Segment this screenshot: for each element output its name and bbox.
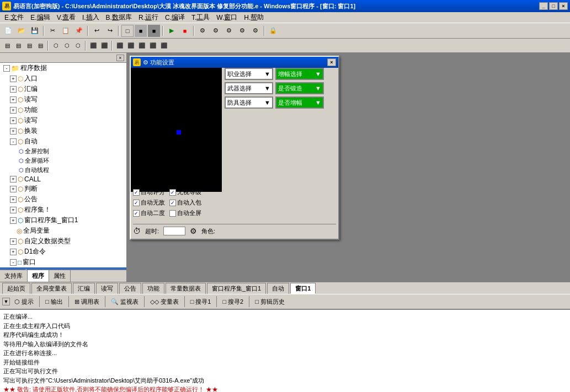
tree-item-d1cmd[interactable]: + ⬡ D1命令 bbox=[0, 246, 126, 257]
tb2-btn5[interactable]: ⬡ bbox=[51, 41, 61, 51]
modal-title-bar[interactable]: 易 ⚙ 功能设置 × bbox=[131, 57, 338, 68]
tree-item-progset[interactable]: + ⬡ 程序集！ bbox=[0, 205, 126, 215]
checkbox-no-level[interactable]: ✓ 无视等级 bbox=[169, 188, 201, 196]
minimize-button[interactable]: _ bbox=[539, 2, 548, 10]
tree-item-window[interactable]: - □ 窗口 bbox=[0, 257, 126, 267]
copy-button[interactable]: 📋 bbox=[60, 25, 72, 37]
tb-extra-e[interactable]: ⚙ bbox=[249, 25, 262, 37]
menu-insert[interactable]: I.插入 bbox=[79, 12, 103, 23]
hint-button[interactable]: ⬡ 提示 bbox=[12, 297, 36, 307]
tb2-btn3[interactable]: ▤ bbox=[24, 41, 34, 51]
tree-item-costume[interactable]: + ⬡ 换装 bbox=[0, 126, 126, 136]
varlist-button[interactable]: ◇◇ 变量表 bbox=[148, 297, 181, 307]
armor-select-dropdown[interactable]: 防具选择 ▼ bbox=[225, 96, 273, 109]
checkbox-auto-fullscreen[interactable]: 自动全屏 bbox=[169, 209, 201, 217]
expand-icon-call[interactable]: + bbox=[10, 176, 17, 182]
timeout-input[interactable] bbox=[163, 227, 185, 235]
tb2-btn13[interactable]: ⬛ bbox=[148, 41, 158, 51]
tab-startpage[interactable]: 起始页 bbox=[2, 283, 30, 294]
menu-compile[interactable]: C.编译 bbox=[162, 12, 188, 23]
tb2-btn6[interactable]: ⬡ bbox=[62, 41, 72, 51]
expand-icon-notice[interactable]: + bbox=[10, 196, 17, 203]
tab-function[interactable]: 功能 bbox=[142, 283, 164, 294]
tree-item-autothread[interactable]: ⬡ 自动线程 bbox=[0, 165, 126, 175]
tb-extra-c[interactable]: ⚙ bbox=[223, 25, 235, 37]
tree-item-function[interactable]: + ⬡ 功能 bbox=[0, 105, 126, 115]
tab-readwrite[interactable]: 读写 bbox=[96, 283, 118, 294]
monitor-button[interactable]: 🔍 监视表 bbox=[109, 297, 141, 307]
tb2-btn2[interactable]: ▤ bbox=[13, 41, 23, 51]
left-tab-property[interactable]: 属性 bbox=[49, 270, 71, 282]
tb2-btn7[interactable]: ⬡ bbox=[73, 41, 83, 51]
tab-constdata[interactable]: 常量数据表 bbox=[166, 283, 206, 294]
menu-database[interactable]: B.数据库 bbox=[103, 12, 135, 23]
tree-item-fullscreen[interactable]: ⬡ 全屏控制 bbox=[0, 147, 126, 156]
menu-edit[interactable]: E.编辑 bbox=[27, 12, 53, 23]
menu-view[interactable]: V.查看 bbox=[54, 12, 79, 23]
tb-extra-a[interactable]: ⚙ bbox=[196, 25, 209, 37]
expand-icon-entry[interactable]: + bbox=[10, 76, 17, 82]
left-tab-library[interactable]: 支持库 bbox=[0, 270, 28, 282]
calltable-button[interactable]: ⊞ 调用表 bbox=[72, 297, 102, 307]
tree-item-customtype[interactable]: + ⬡ 自定义数据类型 bbox=[0, 236, 126, 246]
left-panel-close[interactable]: × bbox=[116, 55, 124, 61]
tree-item-winprogset[interactable]: + ⬡ 窗口程序集_窗口1 bbox=[0, 215, 126, 225]
search2-button[interactable]: □ 搜寻2 bbox=[220, 297, 246, 307]
stop-button[interactable]: ■ bbox=[179, 25, 191, 37]
save-button[interactable]: 💾 bbox=[29, 25, 41, 37]
tb2-btn1[interactable]: ▤ bbox=[2, 41, 12, 51]
left-tab-program[interactable]: 程序 bbox=[28, 270, 49, 282]
paste-button[interactable]: 📌 bbox=[73, 25, 85, 37]
checkbox-auto-score[interactable]: ✓ 自动评分 bbox=[133, 188, 165, 196]
tb2-btn8[interactable]: ⬛ bbox=[88, 41, 98, 51]
title-bar-buttons[interactable]: _ □ × bbox=[539, 2, 568, 10]
tb2-btn14[interactable]: ⬛ bbox=[159, 41, 169, 51]
tree-item-readwrite[interactable]: + ⬡ 读写 bbox=[0, 94, 126, 105]
cut-button[interactable]: ✂ bbox=[46, 25, 58, 37]
tab-globalvar[interactable]: 全局变量表 bbox=[31, 283, 72, 294]
menu-run[interactable]: R.运行 bbox=[135, 12, 162, 23]
tree-item-call[interactable]: + ⬡ CALL bbox=[0, 175, 126, 184]
tree-item-notice[interactable]: + ⬡ 公告 bbox=[0, 194, 126, 205]
menu-file[interactable]: E.文件 bbox=[1, 12, 27, 23]
tree-item-compile[interactable]: + ⬡ 汇编 bbox=[0, 84, 126, 94]
checkbox-auto-invincible[interactable]: ✓ 自动无敌 bbox=[133, 198, 165, 207]
tree-item-entry[interactable]: + ⬡ 入口 bbox=[0, 73, 126, 84]
job-select-dropdown[interactable]: 职业选择 ▼ bbox=[225, 68, 273, 80]
run-button[interactable]: ▶ bbox=[166, 25, 178, 37]
checkbox-auto-pickup[interactable]: ✓ 自动入包 bbox=[169, 198, 201, 207]
tab-winprogset[interactable]: 窗口程序集_窗口1 bbox=[207, 283, 266, 294]
tab-notice[interactable]: 公告 bbox=[119, 283, 141, 294]
expand-icon-readwrite2[interactable]: + bbox=[10, 117, 17, 124]
expand-icon-winprogset[interactable]: + bbox=[10, 217, 17, 224]
cliphistory-button[interactable]: □ 剪辑历史 bbox=[253, 297, 287, 307]
expand-icon-judge[interactable]: + bbox=[10, 186, 17, 192]
expand-icon[interactable]: - bbox=[3, 65, 10, 72]
new-button[interactable]: 📄 bbox=[2, 25, 14, 37]
close-button[interactable]: × bbox=[559, 2, 568, 10]
tb-extra-b[interactable]: ⚙ bbox=[210, 25, 222, 37]
tb2-btn4[interactable]: ▤ bbox=[35, 41, 45, 51]
tb2-btn12[interactable]: ⬛ bbox=[137, 41, 147, 51]
undo-button[interactable]: ↩ bbox=[90, 25, 103, 37]
tab-window1[interactable]: 窗口1 bbox=[290, 283, 316, 294]
menu-tools[interactable]: T.工具 bbox=[188, 12, 213, 23]
expand-icon-compile[interactable]: + bbox=[10, 86, 17, 93]
maximize-button[interactable]: □ bbox=[549, 2, 558, 10]
lock-button[interactable]: 🔒 bbox=[267, 25, 279, 37]
expand-icon-window[interactable]: - bbox=[10, 259, 17, 266]
expand-icon-auto[interactable]: - bbox=[10, 138, 17, 145]
expand-icon-progset[interactable]: + bbox=[10, 207, 17, 213]
menu-help[interactable]: H.帮助 bbox=[241, 12, 267, 23]
amplify-select-dropdown[interactable]: 是否增幅 ▼ bbox=[275, 96, 324, 109]
expand-icon-customtype[interactable]: + bbox=[10, 238, 17, 245]
tab-compile[interactable]: 汇编 bbox=[73, 283, 95, 294]
tb2-btn10[interactable]: ⬛ bbox=[115, 41, 125, 51]
tb-btn-extra2[interactable]: ■ bbox=[135, 25, 147, 37]
modal-close-button[interactable]: × bbox=[327, 58, 336, 66]
expand-icon-function[interactable]: + bbox=[10, 107, 17, 114]
enhance-select-dropdown[interactable]: 增幅选择 ▼ bbox=[275, 68, 324, 80]
weapon-select-dropdown[interactable]: 武器选择 ▼ bbox=[225, 82, 273, 94]
menu-window[interactable]: W.窗口 bbox=[213, 12, 241, 23]
open-button[interactable]: 📂 bbox=[15, 25, 28, 37]
